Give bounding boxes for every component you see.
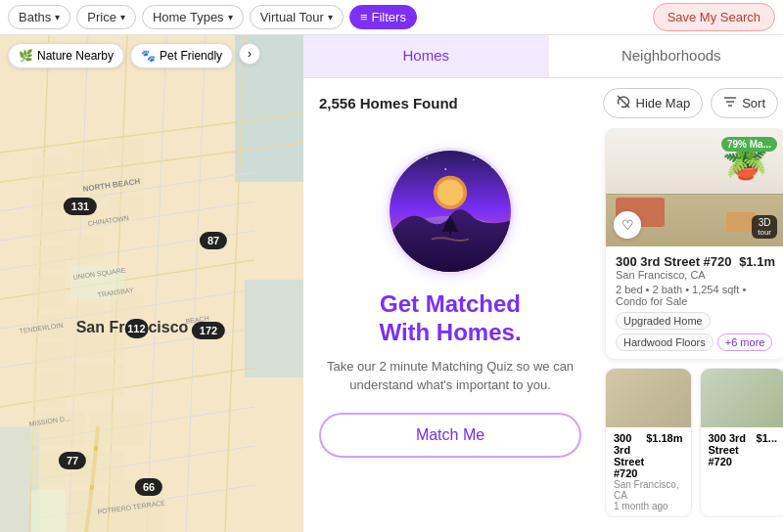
svg-line-18 [147, 35, 166, 532]
listing-card-2-info: 300 3rd Street #720 $1... [701, 427, 784, 472]
match-card: Get Matched With Homes. Take our 2 minut… [303, 128, 597, 532]
virtual-tour-filter-btn[interactable]: Virtual Tour ▾ [250, 5, 344, 29]
svg-rect-30 [31, 245, 66, 270]
bottom-cards: 300 3rd Street #720 $1.18m San Francisco… [597, 368, 783, 517]
svg-text:POTRERO TERRACE: POTRERO TERRACE [97, 499, 166, 515]
svg-rect-40 [70, 363, 124, 397]
svg-rect-34 [31, 314, 66, 338]
map-marker-77[interactable]: 77 [59, 452, 86, 469]
sort-icon [723, 95, 737, 111]
svg-rect-41 [31, 412, 85, 446]
svg-point-63 [473, 159, 475, 161]
heart-btn[interactable]: ♡ [614, 211, 641, 239]
map-marker-131[interactable]: 131 [64, 198, 97, 215]
featured-city: San Francisco, CA [616, 269, 732, 281]
tag-row: 🌿 Nature Nearby 🐾 Pet Friendly › [8, 43, 260, 68]
svg-point-60 [407, 163, 409, 165]
map-marker-66[interactable]: 66 [135, 478, 162, 496]
svg-line-5 [0, 172, 254, 211]
featured-listing-info: 300 3rd Street #720 San Francisco, CA $1… [606, 246, 783, 359]
filter-lines-icon: ≡ [360, 10, 368, 24]
tag-upgraded: Upgraded Home [616, 312, 711, 330]
svg-line-8 [0, 260, 254, 299]
featured-listing-card: 🪴 79% Ma... ♡ 3D tour [605, 128, 783, 360]
match-me-btn[interactable]: Match Me [319, 413, 581, 458]
city-label: San Fr112cisco [76, 319, 189, 338]
tab-homes[interactable]: Homes [303, 35, 549, 77]
match-title: Get Matched With Homes. [379, 290, 521, 347]
filters-btn[interactable]: ≡ Filters [349, 5, 417, 29]
hide-map-icon [616, 94, 631, 112]
match-description: Take our 2 minute Matching Quiz so we ca… [319, 357, 581, 395]
featured-listing-image: 🪴 79% Ma... ♡ 3D tour [606, 129, 783, 246]
svg-rect-36 [110, 294, 144, 319]
nature-nearby-tag[interactable]: 🌿 Nature Nearby [8, 43, 124, 68]
svg-point-66 [438, 180, 464, 206]
content-area: Get Matched With Homes. Take our 2 minut… [303, 128, 783, 532]
svg-rect-1 [245, 280, 303, 377]
featured-meta: 2 bed • 2 bath • 1,254 sqft • Condo for … [616, 284, 775, 307]
paw-icon: 🐾 [141, 49, 156, 63]
match-percentage-badge: 79% Ma... [721, 137, 777, 152]
featured-price: $1.1m [739, 254, 775, 269]
hide-map-btn[interactable]: Hide Map [603, 88, 704, 118]
svg-point-61 [426, 157, 428, 159]
price-chevron-icon: ▾ [120, 12, 125, 22]
svg-rect-26 [110, 167, 144, 192]
sort-btn[interactable]: Sort [711, 88, 778, 118]
listings-right: 🪴 79% Ma... ♡ 3D tour [597, 128, 783, 532]
svg-rect-39 [31, 373, 66, 407]
tabs: Homes Neighborhoods [303, 35, 783, 78]
save-search-btn[interactable]: Save My Search [653, 3, 775, 31]
tag-scroll-right-btn[interactable]: › [239, 43, 260, 65]
home-types-filter-btn[interactable]: Home Types ▾ [142, 5, 244, 29]
home-types-chevron-icon: ▾ [228, 12, 233, 22]
map-panel: NORTH BEACH CHINATOWN UNION SQUARE TRANS… [0, 35, 303, 532]
svg-line-13 [0, 446, 254, 485]
map-marker-172[interactable]: 172 [192, 322, 225, 339]
svg-rect-31 [70, 236, 105, 260]
listing-card-1-image [606, 369, 691, 427]
svg-rect-29 [110, 197, 144, 221]
svg-rect-37 [31, 343, 66, 368]
baths-filter-btn[interactable]: Baths ▾ [8, 5, 70, 29]
svg-rect-46 [70, 490, 105, 532]
svg-rect-42 [90, 412, 144, 446]
leaf-icon: 🌿 [19, 49, 33, 63]
svg-line-20 [225, 35, 245, 532]
results-count: 2,556 Homes Found [319, 95, 458, 111]
svg-point-64 [491, 166, 493, 168]
listing-card-2: 300 3rd Street #720 $1... [700, 368, 784, 517]
svg-line-12 [0, 407, 254, 446]
main-layout: NORTH BEACH CHINATOWN UNION SQUARE TRANS… [0, 35, 783, 532]
results-header: 2,556 Homes Found Hide Map [303, 78, 783, 128]
svg-text:UNION SQUARE: UNION SQUARE [72, 266, 126, 281]
map-marker-87[interactable]: 87 [200, 232, 227, 249]
svg-line-17 [108, 35, 127, 532]
listing-card-1: 300 3rd Street #720 $1.18m San Francisco… [605, 368, 692, 517]
svg-rect-45 [31, 490, 66, 532]
tab-neighborhoods[interactable]: Neighborhoods [549, 35, 784, 77]
listing-card-1-info: 300 3rd Street #720 $1.18m San Francisco… [606, 427, 691, 516]
svg-rect-33 [70, 265, 124, 299]
svg-rect-22 [70, 148, 105, 172]
price-filter-btn[interactable]: Price ▾ [76, 5, 136, 29]
svg-line-14 [0, 485, 254, 524]
svg-point-62 [444, 168, 446, 170]
svg-rect-38 [70, 333, 124, 358]
featured-address: 300 3rd Street #720 [616, 254, 732, 269]
svg-line-11 [0, 368, 254, 407]
svg-rect-35 [70, 304, 105, 329]
svg-line-4 [0, 143, 303, 182]
svg-line-15 [29, 35, 49, 532]
svg-rect-21 [31, 157, 66, 182]
svg-text:CHINATOWN: CHINATOWN [87, 214, 129, 227]
header-actions: Hide Map Sort [603, 88, 778, 118]
3d-tour-badge: 3D tour [752, 215, 777, 239]
tag-more[interactable]: +6 more [717, 333, 773, 351]
svg-rect-32 [31, 275, 66, 309]
svg-line-19 [186, 35, 206, 532]
right-panel: Homes Neighborhoods 2,556 Homes Found Hi… [303, 35, 783, 532]
pet-friendly-tag[interactable]: 🐾 Pet Friendly [130, 43, 233, 68]
svg-text:MISSION D...: MISSION D... [28, 415, 70, 427]
